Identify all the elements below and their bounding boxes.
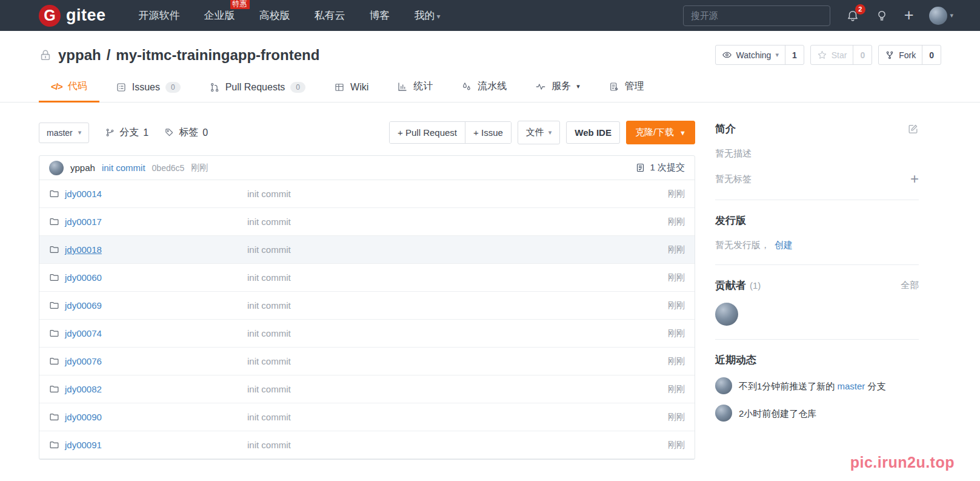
branch-selector[interactable]: master ▾ [39,123,89,143]
file-link[interactable]: jdy00076 [65,356,102,366]
nav-item-education[interactable]: 高校版 [259,8,290,22]
contributors-all-link[interactable]: 全部 [901,280,919,291]
nav-menu: 开源软件 企业版 特惠 高校版 私有云 博客 我的▾ [139,8,441,22]
branches-link[interactable]: 分支 1 [105,126,148,139]
repo-sidebar: 简介 暂无描述 暂无标签 + 发行版 暂无发行版， 创建 [715,121,919,422]
contributor-avatar[interactable] [715,303,738,326]
chevron-down-icon: ▾ [437,12,441,21]
tab-services[interactable]: 服务 ▾ [535,80,580,102]
file-commit-message[interactable]: init commit [247,189,668,199]
tab-pull-requests[interactable]: Pull Requests 0 [209,82,305,102]
activity-avatar[interactable] [715,405,732,422]
file-commit-time: 刚刚 [668,328,685,339]
file-commit-message[interactable]: init commit [247,244,668,255]
file-link[interactable]: jdy00060 [65,272,102,283]
no-tags-text: 暂无标签 [715,173,752,185]
commit-author-name[interactable]: yppah [70,163,95,173]
commit-hash[interactable]: 0bed6c5 [152,163,185,173]
file-link[interactable]: jdy00091 [65,440,102,450]
commits-count-link[interactable]: 1 次提交 [635,162,685,173]
fork-button[interactable]: Fork 0 [878,45,941,65]
tag-icon [164,127,175,138]
file-commit-message[interactable]: init commit [247,384,668,394]
content-area: master ▾ 分支 1 标签 0 [0,103,980,460]
watching-button[interactable]: Watching ▾ 1 [715,45,804,65]
gitee-logo-icon: G [39,5,61,27]
create-new-plus-icon[interactable]: + [904,7,914,24]
file-commit-time: 刚刚 [668,300,685,311]
file-link[interactable]: jdy00017 [65,217,102,227]
table-row-hovered: jdy00018 init commit 刚刚 [39,236,695,264]
gitee-logo-text: gitee [66,6,106,25]
notifications-bell-icon[interactable]: 2 [846,9,859,22]
repo-toolbar: master ▾ 分支 1 标签 0 [39,121,695,144]
new-pr-issue-group: + Pull Request + Issue [389,121,512,144]
commits-count-text: 1 次提交 [650,162,685,173]
tab-wiki[interactable]: Wiki [334,82,368,102]
folder-icon [49,412,59,422]
clone-download-button[interactable]: 克隆/下载 ▼ [626,121,695,144]
chevron-down-icon: ▼ [679,129,686,136]
table-row: jdy00091 init commit 刚刚 [39,431,695,459]
tab-manage[interactable]: 管理 [608,80,644,102]
file-commit-message[interactable]: init commit [247,328,668,338]
nav-item-opensource[interactable]: 开源软件 [139,8,180,22]
activity-branch-link[interactable]: master [838,381,865,391]
file-link[interactable]: jdy00090 [65,412,102,422]
toolbar-right: + Pull Request + Issue 文件 ▾ Web IDE 克隆/下… [389,121,695,144]
file-commit-message[interactable]: init commit [247,300,668,311]
tab-stats[interactable]: 统计 [397,80,433,102]
file-link[interactable]: jdy00082 [65,384,102,394]
file-link[interactable]: jdy00074 [65,328,102,338]
table-row: jdy00082 init commit 刚刚 [39,375,695,403]
new-pull-request-button[interactable]: + Pull Request [390,122,465,143]
pulls-count-badge: 0 [290,82,305,93]
new-issue-button[interactable]: + Issue [465,122,511,143]
commit-author-avatar[interactable] [49,161,64,175]
commit-message-link[interactable]: init commit [102,163,145,173]
folder-icon [49,244,59,255]
fork-count[interactable]: 0 [922,45,941,64]
folder-icon [49,300,59,311]
gitee-logo[interactable]: G gitee [39,5,106,27]
star-button[interactable]: Star 0 [810,45,872,65]
folder-icon [49,189,59,199]
tab-stats-label: 统计 [413,80,433,93]
sidebar-divider [715,264,919,265]
repo-name-link[interactable]: my-itmc-trainingapp-frontend [116,47,319,64]
file-link[interactable]: jdy00018 [65,244,102,255]
web-ide-button[interactable]: Web IDE [566,121,620,144]
file-link[interactable]: jdy00069 [65,300,102,311]
tab-pipeline[interactable]: 流水线 [461,80,507,102]
bulb-icon[interactable] [875,9,888,22]
chevron-down-icon: ▾ [576,82,580,90]
repo-owner-link[interactable]: yppah [58,47,101,64]
list-item: 不到1分钟前推送了新的 master 分支 [715,377,919,394]
create-release-link[interactable]: 创建 [775,240,793,251]
nav-item-private-cloud[interactable]: 私有云 [315,8,345,22]
edit-intro-icon[interactable] [907,123,919,135]
nav-item-enterprise[interactable]: 企业版 特惠 [204,8,235,22]
add-tag-plus-icon[interactable]: + [910,172,919,186]
user-menu[interactable]: ▾ [929,7,953,25]
tab-issues[interactable]: Issues 0 [116,82,181,102]
star-count[interactable]: 0 [853,45,872,64]
file-commit-message[interactable]: init commit [247,440,668,450]
fork-label: Fork [899,50,916,60]
commit-time: 刚刚 [191,163,208,173]
watching-count[interactable]: 1 [785,45,804,64]
file-commit-message[interactable]: init commit [247,412,668,422]
tags-link[interactable]: 标签 0 [164,126,208,139]
file-commit-message[interactable]: init commit [247,356,668,366]
tab-code[interactable]: </> 代码 [51,80,87,102]
files-dropdown-button[interactable]: 文件 ▾ [518,121,561,144]
nav-item-blog[interactable]: 博客 [370,8,390,22]
nav-item-mine[interactable]: 我的▾ [415,8,441,22]
file-commit-message[interactable]: init commit [247,272,668,283]
search-input[interactable] [683,5,830,26]
file-commit-message[interactable]: init commit [247,217,668,227]
chevron-down-icon: ▾ [78,129,82,136]
activity-avatar[interactable] [715,377,732,394]
file-link[interactable]: jdy00014 [65,189,102,199]
main-column: master ▾ 分支 1 标签 0 [39,121,695,460]
